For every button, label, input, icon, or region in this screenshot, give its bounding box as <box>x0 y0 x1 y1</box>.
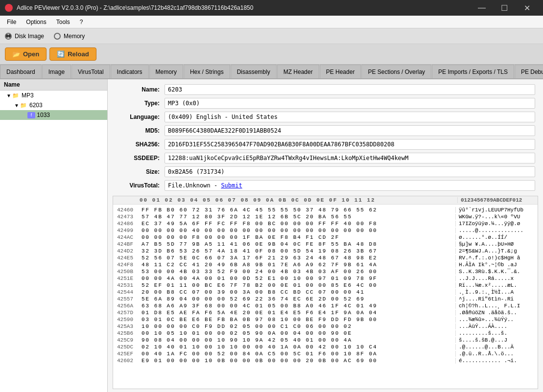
md5-label: MD5: <box>116 127 160 134</box>
hex-row[interactable]: 4249900 00 00 00 40 00 00 00 00 00 00 00… <box>115 227 536 234</box>
size-row: Size: 0xB2A56 (731734) <box>116 166 535 177</box>
hex-offset: 42602 <box>117 358 142 364</box>
menu-help[interactable]: ? <box>75 17 88 27</box>
size-label: Size: <box>116 168 160 175</box>
hex-row[interactable]: 4259003 01 0C BE E6 BE FB BA 0B 97 08 10… <box>115 316 536 323</box>
hex-bytes: 53 00 00 4B 03 33 52 F9 00 24 00 4B 03 4… <box>142 269 455 275</box>
tab-mz-header[interactable]: MZ Header <box>277 65 319 78</box>
hex-bytes: 5E 6A 89 04 00 00 00 52 69 22 36 74 EC 6… <box>142 296 455 302</box>
main-panel: Name: 6203 Type: MP3 (0x0) Language: (0x… <box>108 79 543 392</box>
hex-ascii-header: 0123456789ABCDEF012 <box>457 197 536 203</box>
hex-row[interactable]: 425575E 6A 89 04 00 00 00 52 69 22 36 74… <box>115 296 536 302</box>
tab-image[interactable]: Image <box>42 65 71 78</box>
hex-offset: 424F8 <box>117 262 142 268</box>
language-value: (0x409) English - United States <box>165 112 535 122</box>
disk-image-label[interactable]: Disk Image <box>15 33 44 40</box>
tree-arrow-mp3: ▼ <box>6 93 12 98</box>
menu-options[interactable]: Options <box>21 17 51 27</box>
menu-file[interactable]: File <box>2 17 21 27</box>
hex-row[interactable]: 424AC00 00 00 00 F8 00 00 00 1F BA 0E F8… <box>115 234 536 241</box>
minimize-button[interactable]: — <box>471 0 493 16</box>
hex-ascii: .Øå®úöZN .äåöä.š.. <box>455 310 534 316</box>
hex-ascii: .........š...š. <box>455 330 534 336</box>
md5-row: MD5: B089F66C4380DAAE322F0D191ABB0524 <box>116 125 535 136</box>
tab-pe-header[interactable]: PE Header <box>320 65 361 78</box>
hex-bytes: 03 01 0C BE E6 BE FB BA 0B 97 08 10 00 B… <box>142 317 455 323</box>
tab-memory[interactable]: Memory <box>149 65 183 78</box>
hex-row[interactable]: 42486EC 37 49 5A 6F FF FC FF F8 00 BC 00… <box>115 220 536 227</box>
hex-row[interactable]: 4253152 EF 01 11 00 BC E6 7F 78 B2 00 0E… <box>115 282 536 289</box>
content-area: Name ▼📁MP3▼📁6203 f 1033 Name: 6203 Type:… <box>0 79 543 392</box>
hex-row[interactable]: 424D232 3D B6 53 26 57 4A 18 41 0F 08 00… <box>115 248 536 254</box>
memory-radio[interactable] <box>54 33 61 40</box>
ssdeep-row: SSDEEP: 12288:uaN1jkoCeCpva9ciE5pRBaYZRw… <box>116 153 535 163</box>
tab-dashboard[interactable]: Dashboard <box>0 65 42 78</box>
menu-tools[interactable]: Tools <box>51 17 75 27</box>
hex-row[interactable]: 4256A63 68 A6 A9 3F 68 00 00 4C 01 05 00… <box>115 302 536 309</box>
language-row: Language: (0x409) English - United State… <box>116 112 535 122</box>
tab-disassembly[interactable]: Disassembly <box>231 65 277 78</box>
hex-bytes: 00 10 05 10 01 00 00 02 05 90 0A 00 04 0… <box>142 330 455 336</box>
hex-row[interactable]: 42460FF FB B0 60 72 31 76 6A 4C 45 55 55… <box>115 207 536 213</box>
hex-bytes: EC 37 49 5A 6F FF FC FF F8 00 BC 00 00 0… <box>142 221 455 227</box>
hex-offset: 42544 <box>117 289 142 295</box>
hex-row[interactable]: 424BFA7 B5 5D 77 9B A5 11 41 06 0E 9B 04… <box>115 241 536 248</box>
reload-button[interactable]: 🔄 Reload <box>49 47 96 61</box>
tab-hex-strings[interactable]: Hex / Strings <box>184 65 230 78</box>
hex-bytes: A7 B5 5D 77 9B A5 11 41 06 0E 9B 04 0C F… <box>142 241 455 247</box>
hex-row[interactable]: 4250B53 00 00 4B 03 33 52 F9 00 24 00 4B… <box>115 268 536 275</box>
tab-pe-debug[interactable]: PE Debug <box>515 65 543 78</box>
tree-label-6203: 6203 <box>29 102 43 109</box>
hex-row[interactable]: 4251E00 00 4A 00 4A 00 01 00 0D 52 E1 00… <box>115 275 536 282</box>
hex-offset: 42473 <box>117 214 142 220</box>
hex-row[interactable]: 4247357 4B 47 77 12 80 3F 2D 12 1E 12 6B… <box>115 213 536 220</box>
modebar: Disk Image Memory <box>0 28 543 44</box>
open-icon: 📂 <box>12 50 20 58</box>
disk-image-radio[interactable] <box>5 33 12 40</box>
hex-row[interactable]: 425EF00 40 1A FC 00 00 52 00 84 0A C5 00… <box>115 350 536 357</box>
hex-offset: 424D2 <box>117 248 142 254</box>
hex-ascii: ch¦©?h..L...¸ F.L.I <box>455 303 534 309</box>
hex-scroll-area[interactable]: 42460FF FB B0 60 72 31 76 6A 4C 45 55 55… <box>113 205 538 389</box>
hex-bytes: 10 00 00 00 C0 F9 DD 02 05 00 00 C1 C0 0… <box>142 323 455 329</box>
close-button[interactable]: ✕ <box>516 0 538 16</box>
virustotal-link[interactable]: Submit <box>221 182 242 189</box>
hex-row[interactable]: 424E552 56 07 5E 0C 66 07 3A 17 6F 21 29… <box>115 254 536 261</box>
hex-offset: 425B6 <box>117 330 142 336</box>
hex-offset: 4256A <box>117 303 142 309</box>
hex-ascii: .¸Ì..9.:.¸Ì½Ì...A <box>455 289 534 295</box>
hex-ascii: .....@.............. <box>455 228 534 233</box>
type-row: Type: MP3 (0x0) <box>116 98 535 109</box>
tab-indicators[interactable]: Indicators <box>111 65 149 78</box>
maximize-button[interactable]: ☐ <box>493 0 516 16</box>
tab-pe-imports[interactable]: PE Imports / Exports / TLS <box>432 65 514 78</box>
memory-label[interactable]: Memory <box>64 33 85 40</box>
hex-ascii: ì7IZoÿüÿø.¼...ÿÿ@.ø <box>455 221 534 227</box>
folder-icon-mp3: 📁 <box>12 92 20 99</box>
hex-row[interactable]: 42602E9 01 00 00 00 10 0B 00 00 0B 00 00… <box>115 357 536 364</box>
tree-arrow-6203: ▼ <box>14 103 20 108</box>
hex-ascii: ...¾æ¾û»...¾ùÝý.. <box>455 317 534 323</box>
hex-row[interactable]: 425DC02 10 40 01 10 00 10 10 00 00 40 1A… <box>115 344 536 350</box>
open-button[interactable]: 📂 Open <box>5 47 47 61</box>
tree-item-mp3[interactable]: ▼📁MP3 <box>0 91 107 100</box>
virustotal-label: VirusTotal: <box>116 182 160 189</box>
tree-item-6203[interactable]: ▼📁6203 <box>0 100 107 110</box>
hex-bytes: 00 00 4A 00 4A 00 01 00 0D 52 E1 00 10 0… <box>142 276 455 281</box>
hex-row[interactable]: 4254420 00 B8 CC 07 00 39 00 3A 00 B8 CC… <box>115 289 536 296</box>
disk-image-radio-group: Disk Image <box>5 33 44 40</box>
hex-row[interactable]: 424F848 11 C2 CC 41 20 49 6B A8 9B 01 7E… <box>115 261 536 268</box>
toolbar: 📂 Open 🔄 Reload <box>0 44 543 65</box>
hex-row[interactable]: 4257D01 D8 E5 AE FA F6 5A 4E 20 0E 01 E4… <box>115 309 536 316</box>
hex-offset: 42460 <box>117 207 142 213</box>
tab-virustotal[interactable]: VirusTotal <box>71 65 110 78</box>
hex-row[interactable]: 425C990 08 04 00 00 00 10 90 10 9A 42 05… <box>115 337 536 344</box>
hex-offset: 42531 <box>117 282 142 288</box>
hex-row[interactable]: 425A310 00 00 00 C0 F9 DD 02 05 00 00 C1… <box>115 323 536 330</box>
hex-offset: 424E5 <box>117 255 142 261</box>
hex-row[interactable]: 425B600 10 05 10 01 00 00 02 05 90 0A 00… <box>115 330 536 337</box>
tree-item-1033[interactable]: f 1033 <box>0 110 107 120</box>
sha256-value: 2D16FD31EF55C2583965047F70AD902BA6B30F8A… <box>165 139 535 150</box>
hex-offset: 42499 <box>117 228 142 233</box>
tab-pe-sections[interactable]: PE Sections / Overlay <box>361 65 431 78</box>
